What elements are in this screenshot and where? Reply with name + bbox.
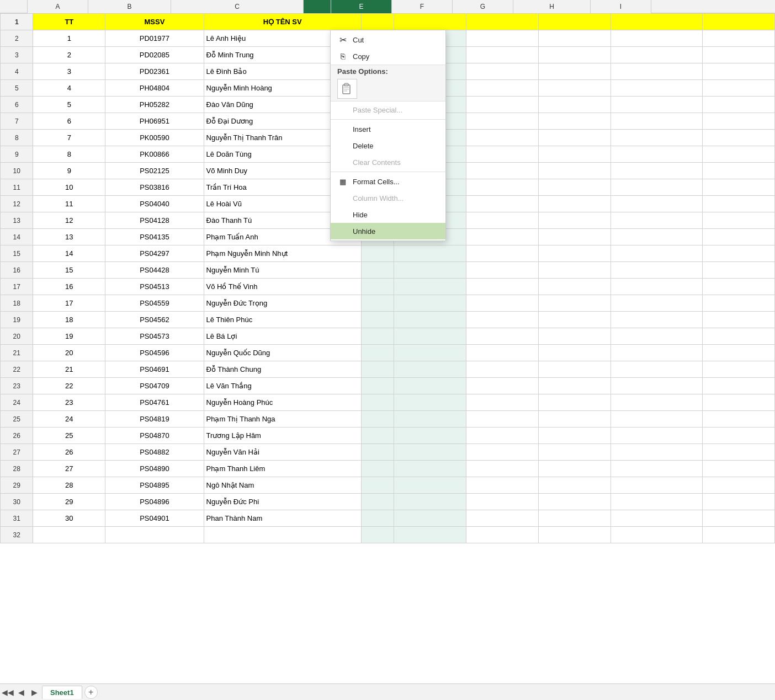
cell-mssv-12[interactable]: PS04040 [105, 196, 204, 212]
cell-i-26[interactable] [703, 428, 775, 444]
cell-mssv-29[interactable]: PS04895 [105, 477, 204, 494]
cell-g-4[interactable] [538, 63, 611, 80]
cell-tt-7[interactable]: 6 [33, 113, 105, 130]
cell-g-6[interactable] [538, 97, 611, 113]
cell-g-17[interactable] [538, 279, 611, 295]
cell-name-22[interactable]: Đỗ Thành Chung [204, 361, 361, 378]
cell-i-16[interactable] [703, 262, 775, 279]
cell-mssv-25[interactable]: PS04819 [105, 411, 204, 428]
cell-h-11[interactable] [611, 179, 702, 196]
cell-i-13[interactable] [703, 212, 775, 229]
cell-f-29[interactable] [466, 477, 539, 494]
cell-mssv-24[interactable]: PS04761 [105, 394, 204, 411]
cell-h-15[interactable] [611, 245, 702, 262]
cell-d-31[interactable] [361, 510, 394, 527]
cell-i-31[interactable] [703, 510, 775, 527]
col-header-d[interactable] [304, 0, 331, 13]
cell-i-27[interactable] [703, 444, 775, 461]
cell-tt-13[interactable]: 12 [33, 212, 105, 229]
cell-g-30[interactable] [538, 494, 611, 510]
cell-empty-32-5[interactable] [466, 527, 539, 543]
cell-e-29[interactable] [394, 477, 466, 494]
cell-g-27[interactable] [538, 444, 611, 461]
cell-f-2[interactable] [466, 30, 539, 47]
cell-f-19[interactable] [466, 312, 539, 328]
cell-g-10[interactable] [538, 163, 611, 179]
cell-h-23[interactable] [611, 378, 702, 394]
col-header-e[interactable]: E [331, 0, 392, 13]
cell-i-15[interactable] [703, 245, 775, 262]
cell-tt-5[interactable]: 4 [33, 80, 105, 97]
cell-i-11[interactable] [703, 179, 775, 196]
cell-i-20[interactable] [703, 328, 775, 345]
cell-name-29[interactable]: Ngô Nhật Nam [204, 477, 361, 494]
col-header-b[interactable]: B [88, 0, 171, 13]
cell-f-10[interactable] [466, 163, 539, 179]
cell-d-24[interactable] [361, 394, 394, 411]
cell-i-28[interactable] [703, 461, 775, 477]
cell-mssv-28[interactable]: PS04890 [105, 461, 204, 477]
cell-mssv-19[interactable]: PS04562 [105, 312, 204, 328]
cell-g-2[interactable] [538, 30, 611, 47]
cell-mssv-27[interactable]: PS04882 [105, 444, 204, 461]
cell-mssv-11[interactable]: PS03816 [105, 179, 204, 196]
cell-e-18[interactable] [394, 295, 466, 312]
cell-g-22[interactable] [538, 361, 611, 378]
cell-e-30[interactable] [394, 494, 466, 510]
cell-h-13[interactable] [611, 212, 702, 229]
cell-d-18[interactable] [361, 295, 394, 312]
cell-h-19[interactable] [611, 312, 702, 328]
cell-d-29[interactable] [361, 477, 394, 494]
cell-e-31[interactable] [394, 510, 466, 527]
cell-tt-19[interactable]: 18 [33, 312, 105, 328]
ctx-unhide[interactable]: Unhide [331, 223, 445, 239]
cell-f-30[interactable] [466, 494, 539, 510]
cell-tt-24[interactable]: 23 [33, 394, 105, 411]
cell-h-16[interactable] [611, 262, 702, 279]
cell-i-7[interactable] [703, 113, 775, 130]
cell-tt-18[interactable]: 17 [33, 295, 105, 312]
cell-f-22[interactable] [466, 361, 539, 378]
header-mssv[interactable]: MSSV [105, 14, 204, 30]
cell-d-25[interactable] [361, 411, 394, 428]
add-sheet-button[interactable]: + [84, 686, 98, 699]
ctx-column-width[interactable]: Column Width... [331, 190, 445, 206]
cell-h-7[interactable] [611, 113, 702, 130]
cell-e-19[interactable] [394, 312, 466, 328]
cell-e-23[interactable] [394, 378, 466, 394]
cell-g-14[interactable] [538, 229, 611, 245]
cell-e-15[interactable] [394, 245, 466, 262]
cell-f-20[interactable] [466, 328, 539, 345]
cell-g-3[interactable] [538, 47, 611, 63]
cell-i-10[interactable] [703, 163, 775, 179]
cell-mssv-26[interactable]: PS04870 [105, 428, 204, 444]
cell-name-21[interactable]: Nguyễn Quốc Dũng [204, 345, 361, 361]
cell-f-24[interactable] [466, 394, 539, 411]
ctx-clear-contents[interactable]: Clear Contents [331, 154, 445, 170]
cell-tt-23[interactable]: 22 [33, 378, 105, 394]
cell-empty-32-4[interactable] [394, 527, 466, 543]
cell-i-19[interactable] [703, 312, 775, 328]
cell-h-22[interactable] [611, 361, 702, 378]
cell-f-21[interactable] [466, 345, 539, 361]
cell-e-24[interactable] [394, 394, 466, 411]
cell-tt-27[interactable]: 26 [33, 444, 105, 461]
cell-mssv-15[interactable]: PS04297 [105, 245, 204, 262]
col-header-c[interactable]: C [171, 0, 304, 13]
cell-tt-28[interactable]: 27 [33, 461, 105, 477]
cell-tt-11[interactable]: 10 [33, 179, 105, 196]
cell-g-26[interactable] [538, 428, 611, 444]
cell-h-6[interactable] [611, 97, 702, 113]
cell-e-27[interactable] [394, 444, 466, 461]
cell-d-22[interactable] [361, 361, 394, 378]
cell-g-8[interactable] [538, 130, 611, 146]
cell-i-2[interactable] [703, 30, 775, 47]
cell-name-17[interactable]: Võ Hồ Thế Vinh [204, 279, 361, 295]
cell-mssv-9[interactable]: PK00866 [105, 146, 204, 163]
cell-f-25[interactable] [466, 411, 539, 428]
cell-g-9[interactable] [538, 146, 611, 163]
cell-g-24[interactable] [538, 394, 611, 411]
cell-name-20[interactable]: Lê Bá Lợi [204, 328, 361, 345]
cell-mssv-20[interactable]: PS04573 [105, 328, 204, 345]
cell-f-26[interactable] [466, 428, 539, 444]
